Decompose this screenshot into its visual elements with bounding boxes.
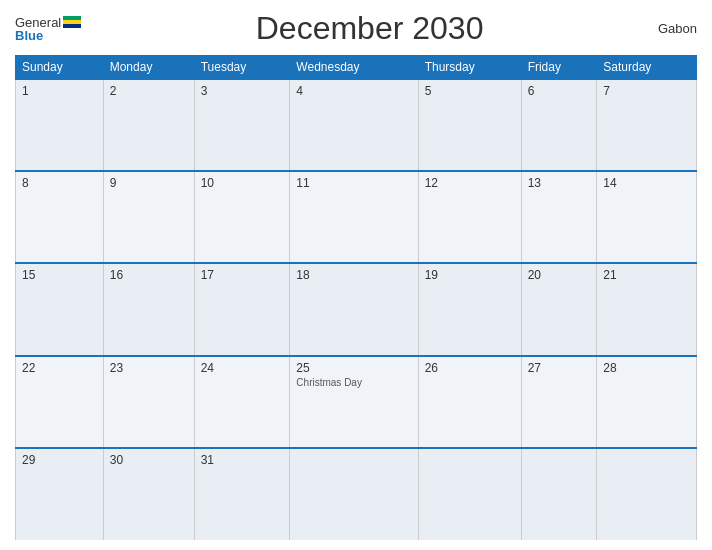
day-number: 8	[22, 176, 97, 190]
day-cell: 29	[16, 448, 104, 540]
day-number: 2	[110, 84, 188, 98]
logo-general-text: General	[15, 16, 61, 29]
day-cell: 21	[597, 263, 697, 355]
day-cell	[521, 448, 597, 540]
day-cell: 28	[597, 356, 697, 448]
day-cell: 27	[521, 356, 597, 448]
day-cell: 5	[418, 79, 521, 171]
day-cell: 9	[103, 171, 194, 263]
calendar-header: General Blue December 2030 Gabon	[15, 10, 697, 47]
day-cell: 31	[194, 448, 290, 540]
day-number: 18	[296, 268, 411, 282]
day-number: 20	[528, 268, 591, 282]
day-number: 30	[110, 453, 188, 467]
day-cell: 15	[16, 263, 104, 355]
header-monday: Monday	[103, 56, 194, 80]
day-cell: 14	[597, 171, 697, 263]
day-number: 13	[528, 176, 591, 190]
day-cell: 18	[290, 263, 418, 355]
day-cell: 12	[418, 171, 521, 263]
day-number: 14	[603, 176, 690, 190]
holiday-label: Christmas Day	[296, 377, 411, 388]
day-number: 22	[22, 361, 97, 375]
day-number: 6	[528, 84, 591, 98]
day-number: 24	[201, 361, 284, 375]
week-row-2: 891011121314	[16, 171, 697, 263]
day-cell	[290, 448, 418, 540]
day-cell: 22	[16, 356, 104, 448]
logo-flag-icon	[63, 16, 81, 28]
week-row-5: 293031	[16, 448, 697, 540]
day-cell: 4	[290, 79, 418, 171]
day-number: 29	[22, 453, 97, 467]
day-cell: 25Christmas Day	[290, 356, 418, 448]
calendar-thead: Sunday Monday Tuesday Wednesday Thursday…	[16, 56, 697, 80]
day-cell: 6	[521, 79, 597, 171]
day-number: 17	[201, 268, 284, 282]
day-cell: 20	[521, 263, 597, 355]
header-sunday: Sunday	[16, 56, 104, 80]
calendar-title: December 2030	[256, 10, 484, 47]
logo: General Blue	[15, 16, 81, 42]
day-cell	[418, 448, 521, 540]
header-wednesday: Wednesday	[290, 56, 418, 80]
header-thursday: Thursday	[418, 56, 521, 80]
logo-blue-text: Blue	[15, 29, 43, 42]
day-cell: 19	[418, 263, 521, 355]
day-number: 4	[296, 84, 411, 98]
day-cell: 2	[103, 79, 194, 171]
day-number: 9	[110, 176, 188, 190]
day-number: 10	[201, 176, 284, 190]
day-cell: 3	[194, 79, 290, 171]
week-row-3: 15161718192021	[16, 263, 697, 355]
day-number: 16	[110, 268, 188, 282]
day-cell: 10	[194, 171, 290, 263]
day-number: 23	[110, 361, 188, 375]
country-label: Gabon	[658, 21, 697, 36]
day-number: 26	[425, 361, 515, 375]
day-cell: 17	[194, 263, 290, 355]
day-cell: 8	[16, 171, 104, 263]
day-number: 25	[296, 361, 411, 375]
day-number: 7	[603, 84, 690, 98]
day-cell	[597, 448, 697, 540]
day-number: 12	[425, 176, 515, 190]
day-number: 11	[296, 176, 411, 190]
day-number: 28	[603, 361, 690, 375]
week-row-1: 1234567	[16, 79, 697, 171]
day-cell: 16	[103, 263, 194, 355]
day-cell: 1	[16, 79, 104, 171]
day-number: 21	[603, 268, 690, 282]
day-number: 19	[425, 268, 515, 282]
day-cell: 23	[103, 356, 194, 448]
day-number: 27	[528, 361, 591, 375]
day-cell: 13	[521, 171, 597, 263]
calendar-table: Sunday Monday Tuesday Wednesday Thursday…	[15, 55, 697, 540]
week-row-4: 22232425Christmas Day262728	[16, 356, 697, 448]
day-cell: 30	[103, 448, 194, 540]
day-cell: 7	[597, 79, 697, 171]
day-cell: 24	[194, 356, 290, 448]
day-number: 5	[425, 84, 515, 98]
day-number: 3	[201, 84, 284, 98]
header-friday: Friday	[521, 56, 597, 80]
header-saturday: Saturday	[597, 56, 697, 80]
day-number: 15	[22, 268, 97, 282]
days-header-row: Sunday Monday Tuesday Wednesday Thursday…	[16, 56, 697, 80]
calendar-body: 1234567891011121314151617181920212223242…	[16, 79, 697, 540]
calendar-container: General Blue December 2030 Gabon Sunday …	[0, 0, 712, 550]
day-number: 1	[22, 84, 97, 98]
day-cell: 26	[418, 356, 521, 448]
header-tuesday: Tuesday	[194, 56, 290, 80]
day-cell: 11	[290, 171, 418, 263]
day-number: 31	[201, 453, 284, 467]
